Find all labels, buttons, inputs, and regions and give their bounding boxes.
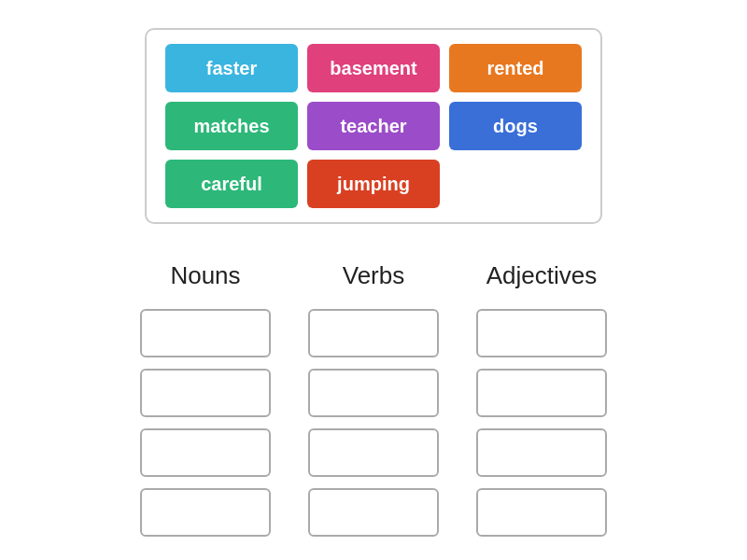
word-chip-faster[interactable]: faster [165, 44, 298, 92]
word-bank: fasterbasementrentedmatchesteacherdogsca… [145, 28, 602, 224]
nouns-drop-4[interactable] [140, 488, 271, 537]
nouns-drop-3[interactable] [140, 428, 271, 477]
word-chip-dogs[interactable]: dogs [449, 102, 582, 150]
verbs-header: Verbs [289, 252, 458, 300]
word-chip-basement[interactable]: basement [307, 44, 440, 92]
nouns-drop-1[interactable] [140, 309, 271, 357]
nouns-header: Nouns [121, 252, 289, 300]
word-chip-matches[interactable]: matches [165, 102, 298, 150]
drop-grid [84, 309, 663, 537]
adjectives-header: Adjectives [458, 252, 626, 300]
adjectives-drop-3[interactable] [476, 428, 607, 477]
adjectives-column [458, 309, 626, 537]
word-chip-careful[interactable]: careful [165, 160, 298, 208]
verbs-drop-2[interactable] [308, 369, 439, 417]
verbs-drop-1[interactable] [308, 309, 439, 357]
nouns-column [121, 309, 289, 537]
adjectives-drop-4[interactable] [476, 488, 607, 537]
word-chip-teacher[interactable]: teacher [307, 102, 440, 150]
verbs-drop-3[interactable] [308, 428, 439, 477]
word-chip-rented[interactable]: rented [449, 44, 582, 92]
verbs-column [289, 309, 458, 537]
adjectives-drop-2[interactable] [476, 369, 607, 417]
category-headers: Nouns Verbs Adjectives [84, 252, 663, 300]
adjectives-drop-1[interactable] [476, 309, 607, 357]
verbs-drop-4[interactable] [308, 488, 439, 537]
word-chip-jumping[interactable]: jumping [307, 160, 440, 208]
nouns-drop-2[interactable] [140, 369, 271, 417]
